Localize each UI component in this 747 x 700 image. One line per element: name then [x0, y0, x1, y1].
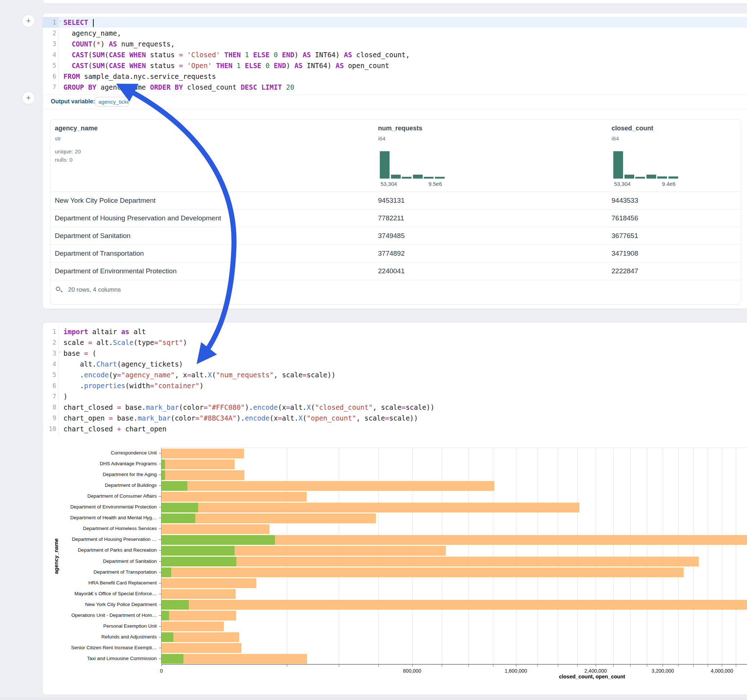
x-axis-tick [412, 665, 413, 667]
x-axis-tick [442, 665, 442, 667]
fold-chevron-icon[interactable]: ˇ [59, 18, 62, 29]
code-line[interactable]: 5 .encode(y="agency_name", x=alt.X("num_… [43, 370, 747, 380]
x-axis-tick [378, 665, 379, 667]
y-axis-label: Department of Consumer Affairs [43, 491, 157, 502]
y-axis-label: Department for the Aging [43, 469, 157, 480]
gridline [493, 448, 493, 664]
x-axis-tick [339, 665, 339, 667]
bar-open-count [162, 546, 234, 556]
gridline [442, 448, 442, 664]
code-line[interactable]: 4 CAST(SUM(CASE WHEN status = 'Closed' T… [43, 49, 747, 60]
fold-chevron-icon[interactable]: ˇ [59, 348, 62, 359]
output-variable-chip[interactable]: agency_tickets [95, 97, 129, 107]
bar-closed-count [162, 589, 236, 599]
table-cell[interactable]: Department of Environmental Protection [55, 262, 177, 280]
column-name[interactable]: agency_name [55, 125, 98, 132]
gridline [708, 448, 708, 664]
table-cell[interactable]: 3774892 [378, 244, 405, 262]
x-axis-tick [693, 665, 694, 667]
histogram-bar [613, 151, 623, 179]
sql-code-editor[interactable]: 1ˇSELECT 2 agency_name,3 COUNT(*) AS num… [43, 17, 747, 92]
code-line[interactable]: 3 COUNT(*) AS num_requests, [43, 39, 747, 49]
x-axis-tick-label: 0 [136, 668, 187, 674]
line-number: 7 [43, 82, 59, 92]
code-line[interactable]: 8chart_closed = base.mark_bar(color="#FF… [43, 402, 747, 413]
bar-closed-count [162, 503, 579, 512]
line-number: 6 [43, 71, 59, 82]
table-cell[interactable]: 3749485 [378, 227, 405, 244]
python-code-editor[interactable]: 1import altair as alt2scale = alt.Scale(… [43, 326, 747, 434]
histogram-bar [380, 151, 390, 179]
table-cell[interactable]: 7618456 [611, 209, 638, 227]
line-number: 6 [43, 380, 59, 391]
bar-closed-count [162, 622, 224, 631]
x-axis-tick-label: 1,600,000 [491, 668, 541, 674]
next-cell-stub [0, 697, 747, 700]
x-axis-tick [630, 665, 631, 667]
code-text: ) [59, 391, 747, 402]
table-cell[interactable]: New York City Police Department [55, 192, 156, 209]
table-cell[interactable]: 2222847 [611, 262, 638, 280]
gridline [663, 448, 663, 664]
table-cell[interactable]: 9453131 [378, 192, 405, 209]
table-cell[interactable]: 3677651 [611, 227, 638, 244]
code-line[interactable]: 10chart_closed + chart_open [43, 424, 747, 434]
histogram-bar [668, 177, 678, 179]
histogram-bar [424, 177, 434, 179]
table-cell[interactable]: 2240041 [378, 262, 405, 280]
table-cell[interactable]: Department of Transportation [55, 244, 144, 262]
y-axis-label: Department of Homeless Services [43, 523, 157, 534]
code-line[interactable]: 1ˇSELECT [43, 17, 747, 28]
add-cell-button-top[interactable]: + [22, 14, 35, 27]
sql-cell-card: 1ˇSELECT 2 agency_name,3 COUNT(*) AS num… [42, 13, 747, 309]
code-text: .encode(y="agency_name", x=alt.X("num_re… [59, 370, 747, 380]
y-axis-label: Department of Health and Mental Hyg… [43, 512, 157, 523]
code-line[interactable]: 7GROUP BY agency_name ORDER BY closed_co… [43, 82, 747, 92]
bar-closed-count [162, 643, 242, 653]
code-line[interactable]: 5 CAST(SUM(CASE WHEN status = 'Open' THE… [43, 60, 747, 71]
x-axis-tick [493, 665, 493, 667]
code-text: SELECT [59, 17, 747, 28]
column-dtype: i64 [378, 136, 386, 142]
x-axis-tick [708, 665, 708, 667]
y-axis-label: Department of Environmental Protection [43, 502, 157, 512]
code-line[interactable]: 3ˇbase = ( [43, 348, 747, 359]
table-cell[interactable]: 7782211 [378, 209, 404, 227]
y-axis-label: Operations Unit - Department of Hom… [43, 610, 157, 621]
x-axis-tick-label: 2,400,000 [570, 668, 621, 674]
x-axis-tick-label: 800,000 [387, 668, 437, 674]
chart-x-axis-title: closed_count, open_count [162, 674, 747, 679]
table-cell[interactable]: 9443533 [611, 192, 638, 209]
code-line[interactable]: 6 .properties(width="container") [43, 380, 747, 391]
gridline [678, 448, 679, 664]
histogram-bar [435, 177, 445, 179]
y-axis-label: Senior Citizen Rent Increase Exempti… [43, 643, 157, 653]
table-cell[interactable]: Department of Sanitation [55, 227, 130, 244]
code-line[interactable]: 7) [43, 391, 747, 402]
code-line[interactable]: 2scale = alt.Scale(type="sqrt") [43, 337, 747, 348]
line-number: 7 [43, 391, 59, 402]
y-axis-label: Refunds and Adjustments [43, 632, 157, 643]
gridline [647, 448, 647, 664]
table-cell[interactable]: 3471908 [611, 244, 638, 262]
code-text: alt.Chart(agency_tickets) [59, 359, 747, 370]
column-name[interactable]: closed_count [611, 125, 653, 132]
bar-open-count [162, 481, 188, 491]
code-line[interactable]: 2 agency_name, [43, 28, 747, 39]
x-axis-tick-label: 4,000,000 [697, 668, 747, 674]
column-histogram [380, 151, 445, 179]
add-cell-button-middle[interactable]: + [22, 92, 35, 104]
code-line[interactable]: 6FROM sample_data.nyc.service_requests [43, 71, 747, 82]
histogram-bar [413, 175, 423, 179]
code-line[interactable]: 4 alt.Chart(agency_tickets) [43, 359, 747, 370]
code-text: chart_closed = base.mark_bar(color="#FFC… [59, 402, 747, 413]
y-axis-label: HRA Benefit Card Replacement [43, 578, 157, 588]
dataframe-preview: agency_namestrunique: 20nulls: 0num_requ… [50, 119, 741, 305]
code-line[interactable]: 9chart_open = base.mark_bar(color="#8BC3… [43, 413, 747, 424]
code-line[interactable]: 1import altair as alt [43, 326, 747, 337]
search-icon[interactable] [56, 286, 63, 293]
y-axis-label: Department of Sanitation [43, 556, 157, 567]
column-name[interactable]: num_requests [378, 125, 422, 132]
bar-closed-count [162, 481, 494, 491]
table-cell[interactable]: Department of Housing Preservation and D… [55, 209, 221, 227]
